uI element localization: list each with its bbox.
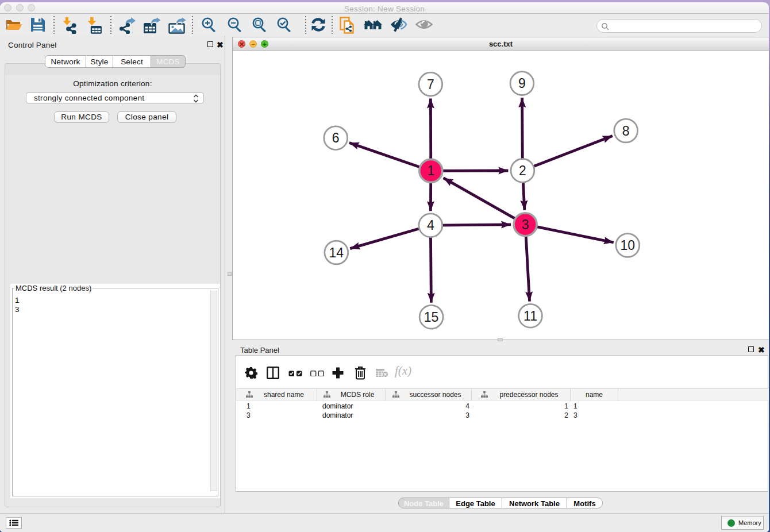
svg-text:7: 7 (427, 77, 434, 92)
svg-text:11: 11 (523, 309, 537, 323)
svg-text:1: 1 (427, 163, 434, 178)
svg-text:9: 9 (518, 76, 526, 91)
svg-text:14: 14 (329, 245, 344, 260)
svg-text:10: 10 (621, 238, 636, 253)
svg-text:3: 3 (522, 217, 529, 232)
svg-text:8: 8 (622, 124, 630, 138)
svg-text:2: 2 (519, 163, 526, 178)
svg-text:4: 4 (427, 218, 434, 233)
svg-text:15: 15 (424, 310, 439, 325)
svg-text:6: 6 (332, 130, 340, 145)
